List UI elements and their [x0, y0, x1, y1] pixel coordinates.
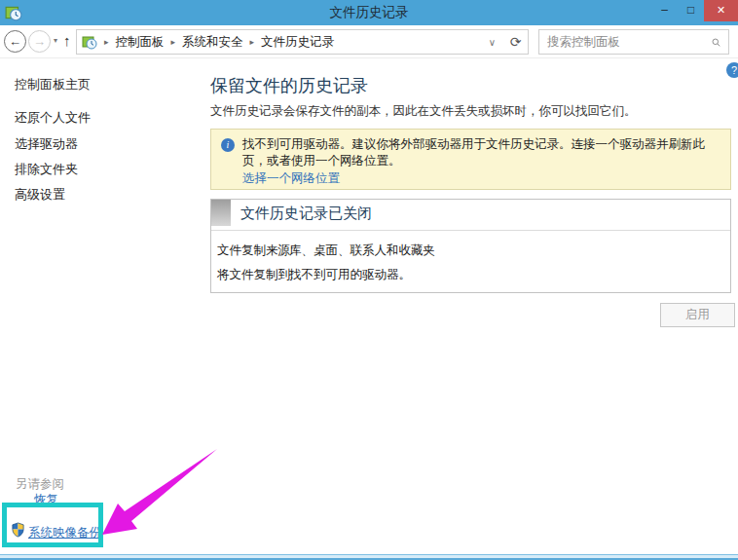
- copy-from-value: 库、桌面、联系人和收藏夹: [289, 243, 435, 259]
- breadcrumb-separator-icon: ▸: [250, 37, 255, 47]
- search-box: [538, 29, 729, 55]
- close-button[interactable]: ✕: [704, 0, 738, 21]
- status-title: 文件历史记录已关闭: [240, 205, 372, 223]
- breadcrumb-separator-icon: ▸: [171, 37, 176, 47]
- see-also-heading: 另请参阅: [16, 476, 64, 493]
- breadcrumb-system-security[interactable]: 系统和安全: [182, 34, 243, 51]
- help-icon[interactable]: ?: [726, 62, 738, 78]
- no-drive-warning: i 找不到可用驱动器。建议你将外部驱动器用于文件历史记录。连接一个驱动器并刷新此…: [210, 129, 731, 190]
- turn-on-button[interactable]: 启用: [660, 303, 735, 327]
- recent-pages-dropdown-icon[interactable]: ▾: [54, 36, 57, 45]
- breadcrumb-file-history[interactable]: 文件历史记录: [261, 34, 334, 51]
- breadcrumb-control-panel[interactable]: 控制面板: [116, 34, 165, 51]
- select-network-location-link[interactable]: 选择一个网络位置: [242, 170, 340, 187]
- warning-text: 找不到可用驱动器。建议你将外部驱动器用于文件历史记录。连接一个驱动器并刷新此页，…: [242, 136, 721, 169]
- sidebar-item-select-drive[interactable]: 选择驱动器: [15, 135, 78, 153]
- breadcrumb-separator-icon: ▸: [104, 37, 109, 47]
- window-title: 文件历史记录: [0, 0, 738, 25]
- file-history-status-panel: 文件历史记录已关闭 文件复制来源: 库、桌面、联系人和收藏夹 将文件复制到: 找…: [210, 199, 731, 293]
- info-icon: i: [221, 138, 235, 152]
- sidebar-item-control-panel-home[interactable]: 控制面板主页: [15, 76, 91, 93]
- window-bottom-border: [0, 554, 738, 560]
- titlebar: 文件历史记录 – □ ✕: [0, 0, 738, 25]
- address-bar[interactable]: ▸ 控制面板 ▸ 系统和安全 ▸ 文件历史记录 ∨: [76, 29, 504, 55]
- sidebar-item-advanced-settings[interactable]: 高级设置: [15, 186, 65, 204]
- sidebar-item-exclude-folders[interactable]: 排除文件夹: [15, 161, 78, 178]
- file-history-status-icon: [211, 200, 231, 226]
- search-input[interactable]: [539, 35, 712, 49]
- maximize-button[interactable]: □: [678, 0, 704, 21]
- refresh-button[interactable]: ⟳: [503, 29, 529, 55]
- window-controls: – □ ✕: [651, 0, 738, 21]
- back-button[interactable]: ←: [4, 30, 26, 53]
- page-description: 文件历史记录会保存文件的副本，因此在文件丢失或损坏时，你可以找回它们。: [210, 103, 637, 120]
- page-title: 保留文件的历史记录: [210, 74, 368, 97]
- divider: [211, 230, 730, 231]
- minimize-button[interactable]: –: [651, 0, 678, 21]
- search-icon[interactable]: [712, 36, 720, 49]
- up-button[interactable]: ↑: [63, 32, 71, 49]
- copy-from-label: 文件复制来源:: [217, 243, 293, 259]
- copy-to-label: 将文件复制到:: [217, 267, 293, 283]
- file-history-window: 文件历史记录 – □ ✕ ← → ▾ ↑ ▸ 控制面板 ▸ 系统和安全 ▸ 文件…: [0, 0, 738, 560]
- file-history-location-icon: [82, 34, 97, 50]
- copy-to-value: 找不到可用的驱动器。: [289, 267, 411, 283]
- address-dropdown-icon[interactable]: ∨: [489, 37, 496, 48]
- navigation-bar: ← → ▾ ↑ ▸ 控制面板 ▸ 系统和安全 ▸ 文件历史记录 ∨ ⟳: [0, 25, 738, 58]
- highlight-box: [2, 503, 103, 547]
- forward-button[interactable]: →: [28, 30, 51, 53]
- sidebar-item-restore-personal-files[interactable]: 还原个人文件: [15, 109, 91, 127]
